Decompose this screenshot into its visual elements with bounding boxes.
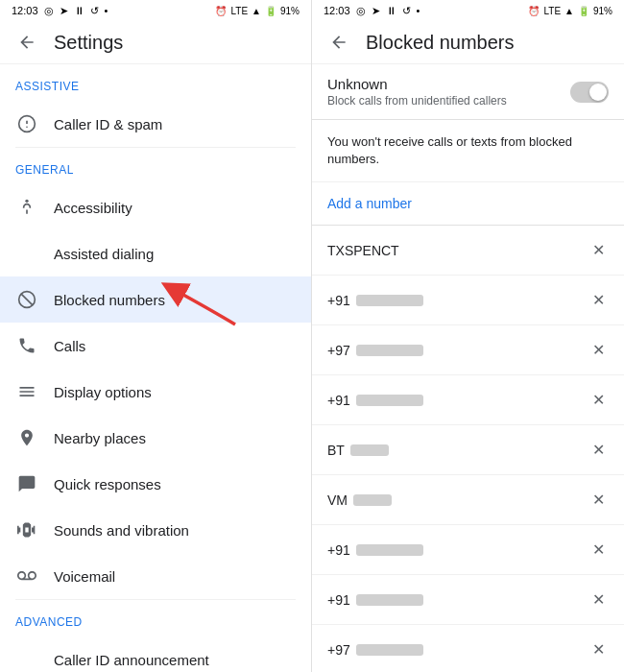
status-bar-right: 12:03 ◎ ➤ ⏸ ↺ • ⏰ LTE ▲ 🔋 91% (312, 0, 624, 21)
quick-responses-label: Quick responses (54, 476, 296, 492)
calls-label: Calls (54, 338, 296, 354)
unknown-title: Unknown (327, 76, 570, 92)
back-button-left[interactable] (15, 31, 38, 54)
settings-item-caller-id-announcement[interactable]: Caller ID announcement (0, 636, 311, 672)
alarm-clock-icon-r: ⏰ (528, 6, 540, 16)
accessibility-label: Accessibility (54, 200, 296, 216)
blocked-number-7: +91 (327, 542, 423, 558)
section-general: GENERAL (0, 148, 311, 184)
settings-item-nearby-places[interactable]: Nearby places (0, 415, 311, 461)
alarm-clock-icon: ⏰ (215, 6, 227, 16)
blocked-item-6: VM ✕ (312, 475, 624, 525)
blocked-numbers-list: TXSPENCT ✕ +91 ✕ +97 ✕ +91 ✕ BT ✕ VM ✕ +… (312, 226, 624, 672)
whatsapp-icon: ◎ (44, 5, 54, 17)
settings-item-accessibility[interactable]: Accessibility (0, 184, 311, 230)
assisted-dialing-icon (15, 242, 38, 265)
battery-icon: 🔋 (265, 6, 276, 16)
time-right: 12:03 (324, 5, 350, 16)
settings-header: Settings (0, 21, 311, 64)
battery-icon-r: 🔋 (578, 6, 589, 16)
blocked-number-8: +91 (327, 592, 423, 608)
time-left: 12:03 (12, 5, 38, 16)
caller-id-announcement-label: Caller ID announcement (54, 652, 296, 668)
blocked-number-1: TXSPENCT (327, 243, 399, 258)
nearby-places-icon (15, 426, 38, 449)
blocked-number-2: +91 (327, 293, 423, 308)
settings-item-sounds-vibration[interactable]: Sounds and vibration (0, 507, 311, 553)
settings-item-caller-id-spam[interactable]: Caller ID & spam (0, 101, 311, 147)
settings-list: ASSISTIVE Caller ID & spam GENERAL Acces… (0, 64, 311, 672)
whatsapp-icon-r: ◎ (356, 5, 366, 17)
alarm-icon: ↺ (90, 5, 99, 17)
accessibility-icon (15, 196, 38, 219)
blocked-item-2: +91 ✕ (312, 276, 624, 325)
display-options-icon (15, 380, 38, 403)
blocked-item-5: BT ✕ (312, 425, 624, 475)
remove-button-6[interactable]: ✕ (588, 487, 609, 513)
signal-icon: ▲ (252, 6, 261, 16)
dot-icon: • (105, 5, 108, 16)
caller-id-spam-label: Caller ID & spam (54, 116, 296, 132)
nav-icon: ➤ (60, 5, 68, 17)
blocked-numbers-label: Blocked numbers (54, 292, 296, 308)
remove-button-9[interactable]: ✕ (588, 636, 609, 662)
blocked-numbers-icon (15, 288, 38, 311)
status-bar-left: 12:03 ◎ ➤ ⏸ ↺ • ⏰ LTE ▲ 🔋 91% (0, 0, 311, 21)
add-number-button[interactable]: Add a number (312, 182, 624, 226)
unknown-toggle-section: Unknown Block calls from unidentified ca… (312, 64, 624, 120)
calls-icon (15, 334, 38, 357)
dot-icon-r: • (417, 5, 420, 16)
lte-text-r: LTE (543, 6, 561, 16)
blocked-item-9: +97 ✕ (312, 625, 624, 672)
remove-button-4[interactable]: ✕ (588, 387, 609, 413)
caller-id-announcement-icon (15, 648, 38, 671)
quick-responses-icon (15, 472, 38, 495)
voicemail-icon (15, 564, 38, 588)
display-options-label: Display options (54, 384, 296, 400)
remove-button-3[interactable]: ✕ (588, 337, 609, 363)
blocked-number-4: +91 (327, 393, 423, 408)
settings-item-assisted-dialing[interactable]: Assisted dialing (0, 230, 311, 276)
settings-item-voicemail[interactable]: Voicemail (0, 553, 311, 599)
voicemail-label: Voicemail (54, 568, 296, 585)
pause-icon: ⏸ (74, 5, 84, 16)
sounds-vibration-icon (15, 518, 38, 541)
settings-item-display-options[interactable]: Display options (0, 369, 311, 415)
remove-button-2[interactable]: ✕ (588, 287, 609, 313)
blocked-item-1: TXSPENCT ✕ (312, 226, 624, 276)
blocked-item-4: +91 ✕ (312, 375, 624, 425)
battery-percent-right: 91% (593, 6, 612, 16)
blocked-item-8: +91 ✕ (312, 575, 624, 625)
unknown-toggle[interactable] (570, 82, 609, 103)
blocked-number-6: VM (327, 492, 392, 508)
blocked-info-text: You won't receive calls or texts from bl… (312, 120, 624, 182)
assisted-dialing-label: Assisted dialing (54, 246, 296, 262)
blocked-numbers-title: Blocked numbers (366, 32, 515, 54)
unknown-text-block: Unknown Block calls from unidentified ca… (327, 76, 570, 108)
svg-line-5 (21, 294, 33, 305)
lte-text: LTE (230, 6, 248, 16)
settings-item-calls[interactable]: Calls (0, 323, 311, 369)
settings-panel: 12:03 ◎ ➤ ⏸ ↺ • ⏰ LTE ▲ 🔋 91% Settings A… (0, 0, 312, 672)
signal-icon-r: ▲ (564, 6, 574, 16)
blocked-item-3: +97 ✕ (312, 325, 624, 375)
pause-icon-r: ⏸ (386, 5, 396, 16)
svg-point-3 (25, 200, 28, 203)
blocked-numbers-header: Blocked numbers (312, 21, 624, 64)
blocked-item-7: +91 ✕ (312, 525, 624, 575)
remove-button-7[interactable]: ✕ (588, 537, 609, 563)
svg-point-2 (26, 127, 28, 129)
alarm-icon-r: ↺ (402, 5, 411, 17)
sounds-vibration-label: Sounds and vibration (54, 522, 296, 539)
blocked-number-3: +97 (327, 343, 423, 358)
remove-button-1[interactable]: ✕ (588, 237, 609, 263)
settings-item-blocked-numbers[interactable]: Blocked numbers (0, 276, 311, 323)
remove-button-5[interactable]: ✕ (588, 437, 609, 463)
settings-item-quick-responses[interactable]: Quick responses (0, 461, 311, 507)
section-advanced: ADVANCED (0, 600, 311, 636)
settings-title: Settings (54, 32, 123, 54)
battery-percent-left: 91% (280, 6, 300, 16)
back-button-right[interactable] (327, 31, 350, 54)
nearby-places-label: Nearby places (54, 430, 296, 446)
remove-button-8[interactable]: ✕ (588, 587, 609, 612)
